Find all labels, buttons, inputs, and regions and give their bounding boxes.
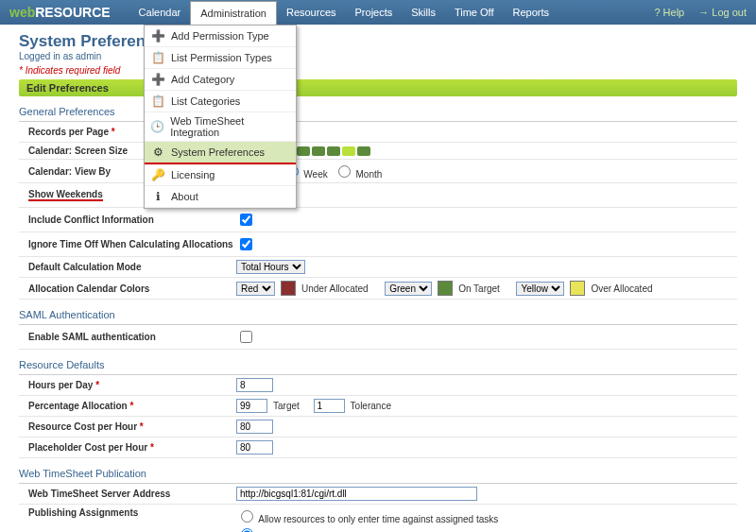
- menu-skills[interactable]: Skills: [402, 0, 445, 25]
- viewby-radio-group: Day Week Month: [236, 163, 737, 180]
- pct-label: Percentage Allocation: [28, 401, 128, 411]
- over-swatch: [570, 281, 585, 296]
- menu-icon: ➕: [150, 72, 165, 87]
- main-menu: CalendarAdministrationResourcesProjectsS…: [129, 0, 655, 25]
- pub-opt-0[interactable]: Allow resources to only enter time again…: [236, 507, 498, 524]
- app-logo: webRESOURCE: [9, 5, 111, 20]
- required-note: * Indicates required field: [19, 65, 737, 76]
- menu-icon: ➕: [150, 28, 165, 43]
- dd-web-timesheet-integration[interactable]: 🕒Web TimeSheet Integration: [145, 112, 296, 142]
- dd-list-categories[interactable]: 📋List Categories: [145, 91, 296, 112]
- login-info: Logged in as admin: [19, 51, 737, 61]
- ph-label: Placeholder Cost per Hour: [28, 442, 147, 453]
- menu-time-off[interactable]: Time Off: [445, 0, 504, 25]
- pip-8[interactable]: [357, 146, 370, 156]
- viewby-month[interactable]: Month: [334, 163, 383, 180]
- under-select[interactable]: Red: [236, 282, 275, 296]
- dd-list-permission-types[interactable]: 📋List Permission Types: [145, 47, 296, 69]
- menu-reports[interactable]: Reports: [504, 0, 559, 25]
- menu-administration[interactable]: Administration: [190, 1, 277, 25]
- ignoretime-checkbox[interactable]: [240, 238, 252, 250]
- calcmode-select[interactable]: Total Hours: [236, 260, 305, 274]
- menu-icon: ⚙: [150, 145, 165, 160]
- pip-6[interactable]: [327, 146, 340, 156]
- hours-input[interactable]: [236, 378, 273, 392]
- server-input[interactable]: [236, 487, 477, 501]
- menu-resources[interactable]: Resources: [277, 0, 346, 25]
- section-saml: SAML Authentication: [19, 305, 737, 325]
- menu-icon: 📋: [150, 94, 165, 109]
- under-text: Under Allocated: [301, 283, 369, 294]
- section-general: General Preferences: [19, 102, 737, 122]
- menu-icon: 📋: [150, 50, 165, 65]
- weekends-label: Show Weekends: [28, 189, 103, 201]
- pct-tol-input[interactable]: [314, 399, 345, 413]
- dd-add-category[interactable]: ➕Add Category: [145, 69, 296, 91]
- dd-about[interactable]: ℹAbout: [145, 186, 296, 208]
- section-resource: Resource Defaults: [19, 355, 737, 375]
- pub-label: Publishing Assignments: [19, 507, 236, 518]
- records-label: Records per Page: [28, 127, 109, 137]
- calcmode-label: Default Calculation Mode: [19, 262, 236, 272]
- help-link[interactable]: ? Help: [654, 7, 684, 18]
- dd-add-permission-type[interactable]: ➕Add Permission Type: [145, 26, 296, 47]
- menu-calendar[interactable]: Calendar: [129, 0, 191, 25]
- logout-link[interactable]: → Log out: [698, 7, 747, 18]
- section-edit: Edit Preferences: [19, 79, 737, 96]
- menu-icon: 🔑: [150, 167, 165, 182]
- alloc-label: Allocation Calendar Colors: [19, 283, 236, 294]
- over-text: Over Allocated: [591, 283, 652, 294]
- page-title: System Preferences: [19, 32, 737, 51]
- pub-opt-1[interactable]: Allow resources to enter time against al…: [236, 525, 481, 532]
- dd-licensing[interactable]: 🔑Licensing: [145, 164, 296, 186]
- server-label: Web TimeSheet Server Address: [19, 489, 236, 499]
- menu-projects[interactable]: Projects: [346, 0, 403, 25]
- under-swatch: [281, 281, 296, 296]
- dd-system-preferences[interactable]: ⚙System Preferences: [145, 142, 296, 164]
- saml-checkbox[interactable]: [240, 331, 252, 343]
- pip-7[interactable]: [342, 146, 355, 156]
- menu-icon: 🕒: [150, 119, 164, 134]
- conflict-checkbox[interactable]: [240, 214, 252, 226]
- pct-target-input[interactable]: [236, 399, 267, 413]
- menu-icon: ℹ: [150, 189, 165, 204]
- cost-label: Resource Cost per Hour: [28, 421, 137, 432]
- pip-5[interactable]: [312, 146, 325, 156]
- target-select[interactable]: Green: [385, 282, 432, 296]
- section-wts: Web TimeSheet Publication: [19, 464, 737, 484]
- ignoretime-label: Ignore Time Off When Calculating Allocat…: [19, 239, 236, 249]
- over-select[interactable]: Yellow: [516, 282, 564, 296]
- admin-dropdown: ➕Add Permission Type📋List Permission Typ…: [144, 25, 297, 209]
- saml-label: Enable SAML authentication: [19, 332, 236, 342]
- conflict-label: Include Conflict Information: [19, 215, 236, 225]
- pip-4[interactable]: [297, 146, 310, 156]
- cost-input[interactable]: [236, 420, 273, 434]
- target-text: On Target: [458, 283, 500, 294]
- hours-label: Hours per Day: [28, 380, 93, 390]
- ph-input[interactable]: [236, 440, 273, 455]
- target-swatch: [438, 281, 453, 296]
